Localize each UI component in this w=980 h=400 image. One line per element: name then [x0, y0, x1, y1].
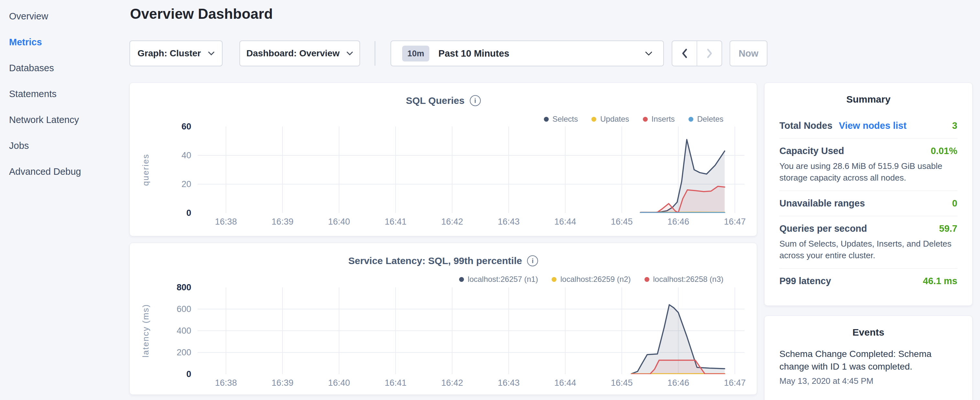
x-tick: 16:39 — [260, 378, 305, 388]
y-tick: 0 — [130, 369, 191, 379]
x-tick: 16:44 — [542, 217, 588, 227]
x-tick: 16:40 — [317, 378, 362, 388]
legend-label: localhost:26259 (n2) — [560, 275, 631, 284]
chevron-down-icon — [208, 51, 215, 55]
x-tick: 16:47 — [712, 378, 757, 388]
sidebar: OverviewMetricsDatabasesStatementsNetwor… — [0, 0, 129, 185]
x-tick: 16:45 — [599, 217, 644, 227]
graph-dropdown-label: Graph: Cluster — [137, 48, 201, 59]
summary-row-description: You are using 28.6 MiB of 515.9 GiB usab… — [780, 160, 957, 183]
summary-row-label: Total Nodes — [780, 120, 832, 131]
legend-item-inserts[interactable]: Inserts — [643, 115, 675, 124]
chart-legend: SelectsUpdatesInsertsDeletes — [544, 115, 724, 124]
x-tick: 16:42 — [430, 217, 475, 227]
sidebar-item-network-latency[interactable]: Network Latency — [0, 107, 129, 133]
summary-row-head: Queries per second59.7 — [780, 223, 957, 234]
graph-dropdown[interactable]: Graph: Cluster — [129, 40, 223, 66]
legend-label: localhost:26258 (n3) — [653, 275, 724, 284]
summary-rows: Total NodesView nodes list3Capacity Used… — [765, 113, 972, 293]
summary-row-value: 0 — [952, 198, 957, 209]
event-item: Schema Change Completed: Schema change w… — [780, 347, 957, 386]
sidebar-item-jobs[interactable]: Jobs — [0, 133, 129, 159]
summary-row-head: Total NodesView nodes list3 — [780, 120, 957, 131]
chart-plot-area[interactable] — [198, 287, 745, 374]
x-tick: 16:42 — [430, 378, 475, 388]
sql-queries-chart-card: SQL Queries i SelectsUpdatesInsertsDelet… — [129, 83, 757, 236]
summary-row: Queries per second59.7Sum of Selects, Up… — [780, 216, 957, 269]
summary-row-value: 0.01% — [931, 146, 957, 156]
summary-row-value: 59.7 — [939, 223, 957, 234]
chart-title: Service Latency: SQL, 99th percentile — [348, 255, 522, 266]
service-latency-chart-card: Service Latency: SQL, 99th percentile i … — [129, 243, 757, 395]
legend-item-localhost-26257-n1-[interactable]: localhost:26257 (n1) — [459, 275, 538, 284]
legend-item-deletes[interactable]: Deletes — [689, 115, 724, 124]
y-tick: 40 — [130, 150, 191, 161]
time-pager — [672, 40, 722, 66]
x-tick: 16:43 — [486, 217, 531, 227]
x-tick: 16:46 — [656, 378, 701, 388]
summary-row: Total NodesView nodes list3 — [780, 113, 957, 139]
sidebar-item-overview[interactable]: Overview — [0, 3, 129, 29]
chevron-down-icon — [645, 51, 652, 56]
legend-label: Updates — [600, 115, 629, 124]
legend-label: Inserts — [652, 115, 675, 124]
summary-row-value: 3 — [952, 120, 957, 131]
legend-item-localhost-26259-n2-[interactable]: localhost:26259 (n2) — [552, 275, 631, 284]
page-title: Overview Dashboard — [130, 6, 273, 22]
sidebar-item-advanced-debug[interactable]: Advanced Debug — [0, 159, 129, 185]
x-tick: 16:38 — [203, 217, 248, 227]
x-tick: 16:44 — [542, 378, 588, 388]
x-tick: 16:39 — [260, 217, 305, 227]
chart-legend: localhost:26257 (n1)localhost:26259 (n2)… — [459, 275, 724, 284]
time-range-badge: 10m — [402, 46, 430, 62]
legend-dot — [689, 117, 694, 122]
dashboard-dropdown[interactable]: Dashboard: Overview — [239, 40, 360, 66]
time-prev-button[interactable] — [672, 41, 697, 66]
sidebar-item-statements[interactable]: Statements — [0, 81, 129, 107]
now-button[interactable]: Now — [730, 40, 767, 66]
legend-dot — [544, 117, 549, 122]
view-nodes-link[interactable]: View nodes list — [839, 120, 907, 131]
legend-dot — [643, 117, 648, 122]
y-tick: 60 — [130, 121, 191, 132]
legend-dot — [552, 277, 557, 282]
legend-dot — [592, 117, 596, 122]
legend-item-updates[interactable]: Updates — [592, 115, 629, 124]
summary-row-description: Sum of Selects, Updates, Inserts, and De… — [780, 238, 957, 261]
info-icon[interactable]: i — [470, 95, 481, 106]
events-panel: Events Schema Change Completed: Schema c… — [764, 316, 972, 400]
y-tick: 800 — [130, 282, 191, 293]
summary-row-label: Capacity Used — [780, 146, 844, 156]
summary-row-head: P99 latency46.1 ms — [780, 276, 957, 287]
summary-title: Summary — [765, 94, 972, 105]
x-axis-ticks: 16:3816:3916:4016:4116:4216:4316:4416:45… — [198, 378, 745, 391]
info-icon[interactable]: i — [527, 255, 538, 266]
x-tick: 16:40 — [317, 217, 362, 227]
x-axis-ticks: 16:3816:3916:4016:4116:4216:4316:4416:45… — [198, 217, 745, 230]
y-axis-ticks: 0200400600800 — [130, 287, 191, 374]
x-tick: 16:43 — [486, 378, 531, 388]
summary-row-value: 46.1 ms — [923, 276, 957, 287]
chart-plot-area[interactable] — [198, 126, 745, 213]
sidebar-item-databases[interactable]: Databases — [0, 55, 129, 81]
event-message: Schema Change Completed: Schema change w… — [780, 347, 957, 373]
legend-label: Deletes — [697, 115, 724, 124]
legend-item-selects[interactable]: Selects — [544, 115, 578, 124]
time-range-label: Past 10 Minutes — [438, 48, 509, 59]
y-tick: 20 — [130, 179, 191, 189]
summary-row: P99 latency46.1 ms — [780, 269, 957, 293]
legend-item-localhost-26258-n3-[interactable]: localhost:26258 (n3) — [644, 275, 724, 284]
y-tick: 0 — [130, 208, 191, 218]
time-next-button[interactable] — [697, 41, 721, 66]
y-axis-ticks: 0204060 — [130, 126, 191, 213]
dashboard-dropdown-label: Dashboard: Overview — [247, 48, 340, 59]
time-range-picker[interactable]: 10m Past 10 Minutes — [390, 40, 664, 66]
summary-panel: Summary Total NodesView nodes list3Capac… — [764, 83, 972, 306]
chevron-right-icon — [705, 48, 714, 59]
db-console-app: OverviewMetricsDatabasesStatementsNetwor… — [0, 0, 980, 400]
chevron-left-icon — [680, 48, 689, 59]
summary-row-head: Unavailable ranges0 — [780, 198, 957, 209]
sidebar-item-metrics[interactable]: Metrics — [0, 29, 129, 55]
legend-dot — [644, 277, 649, 282]
x-tick: 16:41 — [373, 378, 418, 388]
